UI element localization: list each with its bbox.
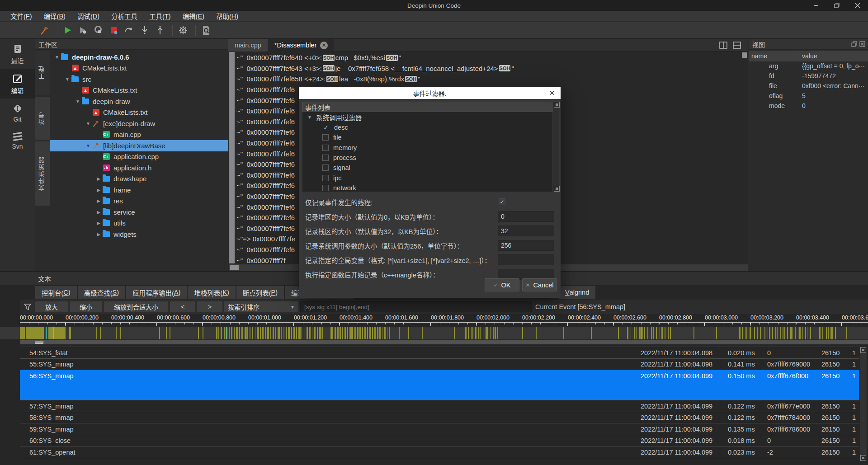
checkbox-icon[interactable] [322,175,329,181]
syscall-filter-root[interactable]: ▼系统调用过滤器 [302,112,552,122]
view-table-row[interactable]: fd-159977472 [749,72,868,82]
event-table-vscrollbar[interactable] [860,347,867,461]
ok-button[interactable]: ✓OK [485,278,519,291]
checkbox-icon[interactable] [322,134,329,141]
event-category-network[interactable]: network [302,183,552,192]
filter-funnel-icon[interactable] [20,303,35,310]
output-tab-Valgrind[interactable]: Valgrind [559,286,595,299]
timeline-hscrollbar[interactable] [20,340,868,344]
editor-tab-maincpp[interactable]: main.cpp [228,39,268,52]
tree-row[interactable]: ▶utils [50,218,228,229]
output-tab-K[interactable]: 堆栈列表(K) [188,286,235,299]
chevron-right-icon[interactable]: ▶ [95,221,102,225]
settings-gear-icon[interactable] [176,24,190,36]
trace-button-<[interactable]: < [170,301,195,312]
tree-row[interactable]: ▲CMakeLists.txt [50,63,228,74]
tree-row[interactable]: ▼[exe]deepin-draw [50,118,228,129]
workspace-tab-工程[interactable]: 工程 [35,51,50,95]
step-out-icon[interactable] [153,24,167,36]
event-category-process[interactable]: process [302,153,552,163]
run-icon[interactable] [61,24,75,36]
menu-item[interactable]: 调试(D) [71,11,105,22]
event-table-row[interactable]: 58:SYS_mmap2022/11/17 11:00:04.0990.122 … [20,412,859,424]
event-table-row[interactable]: 55:SYS_mmap2022/11/17 11:00:04.0980.141 … [20,359,859,371]
checkbox-icon[interactable] [322,155,329,161]
dialog-close-icon[interactable]: ✕ [548,89,556,97]
tree-row[interactable]: ▼[lib]deepinDrawBase [50,140,228,151]
form-input[interactable]: 0 [498,211,554,222]
event-list-scrollbar[interactable] [553,102,559,192]
view-table-row[interactable]: mode0 [749,102,868,112]
menu-item[interactable]: 分析工具 [105,11,143,22]
event-table-row[interactable]: 60:SYS_close2022/11/17 11:00:04.0990.018… [20,435,859,447]
activity-item-Svn[interactable]: Svn [0,127,35,154]
tree-row[interactable]: ▲CMakeLists.txt [50,107,228,118]
event-table-row[interactable]: 61:SYS_openat2022/11/17 11:00:04.0990.02… [20,446,859,458]
scroll-up-button[interactable] [554,102,560,108]
form-input[interactable] [498,254,554,265]
chevron-down-icon[interactable]: ▼ [74,99,81,104]
checkbox-checked-icon[interactable]: ✓ [322,124,330,131]
scroll-up-button[interactable] [860,347,866,353]
chevron-down-icon[interactable]: ▼ [53,55,61,60]
event-table-row[interactable]: 57:SYS_mmap2022/11/17 11:00:04.0990.122 … [20,400,859,412]
close-panel-icon[interactable] [859,41,865,47]
view-table-row[interactable]: oflag5 [749,92,868,102]
step-into-icon[interactable] [138,24,151,36]
chevron-down-icon[interactable]: ▼ [85,121,92,126]
tree-row[interactable]: ▼src [50,74,228,85]
trace-button-放大[interactable]: 放大 [35,301,68,312]
dialog-titlebar[interactable]: 事件过滤器. ✕ [299,87,561,99]
thread-only-checkbox[interactable]: ✓ [499,198,505,205]
restart-icon[interactable] [123,24,136,36]
event-table-row[interactable]: 54:SYS_fstat2022/11/17 11:00:04.0980.020… [20,347,859,359]
stop-icon[interactable] [107,24,121,36]
timeline-density-band[interactable] [0,327,868,339]
file-search-icon[interactable] [199,24,213,36]
chevron-down-icon[interactable]: ▼ [307,115,312,120]
workspace-tab-文件浏览器[interactable]: 文件浏览器 [35,141,50,206]
tree-row[interactable]: .happlication.h [50,162,228,174]
checkbox-icon[interactable] [322,145,329,151]
tree-row[interactable]: C+main.cpp [50,129,228,141]
chevron-right-icon[interactable]: ▶ [95,176,102,181]
event-table-row[interactable]: 59:SYS_mmap2022/11/17 11:00:04.0990.135 … [20,423,859,435]
event-category-memory[interactable]: memory [302,143,552,153]
form-input[interactable]: 32 [498,225,554,236]
chevron-right-icon[interactable]: ▶ [95,232,102,237]
tree-row[interactable]: ▼deepin-draw-6.0.6 [50,52,228,63]
menu-item[interactable]: 文件(F) [5,11,38,22]
sort-dropdown[interactable]: 按索引排序 ▼ [224,301,298,312]
checkbox-icon[interactable] [322,164,329,171]
chevron-down-icon[interactable]: ▼ [85,143,92,148]
menu-item[interactable]: 工具(T) [143,11,177,22]
split-vertical-icon[interactable] [718,40,728,50]
chevron-right-icon[interactable]: ▶ [95,210,102,215]
tree-row[interactable]: ▶res [50,196,228,207]
column-name[interactable]: name [749,51,799,61]
output-tab-A[interactable]: 应用程序输出(A) [126,286,187,299]
float-panel-icon[interactable] [851,41,857,47]
event-table-row[interactable]: 56:SYS_mmap2022/11/17 11:00:04.0990.150 … [20,370,859,400]
chevron-down-icon[interactable]: ▼ [64,77,71,82]
trace-button->[interactable]: > [197,301,222,312]
record-icon[interactable] [92,24,105,36]
trace-search-input[interactable]: [sys sig x11] begin[,end] [300,301,532,312]
view-table-row[interactable]: arg{{gp_offset = 0, fp_o⋯ [749,62,868,72]
event-category-ipc[interactable]: ipc [302,173,552,183]
tree-row[interactable]: ▼deepin-draw [50,96,228,107]
tree-row[interactable]: ▶service [50,207,228,218]
checkbox-icon[interactable] [322,185,329,191]
menu-item[interactable]: 帮助(H) [210,11,244,22]
menu-item[interactable]: 编译(B) [38,11,71,22]
maximize-button[interactable] [826,0,847,11]
scroll-down-button[interactable] [554,186,560,192]
debug-continue-icon[interactable] [76,24,90,36]
output-tab-C[interactable]: 控制台(C) [35,286,77,299]
output-tab-P[interactable]: 断点列表(P) [236,286,284,299]
activity-item-编辑[interactable]: 编辑 [0,69,35,99]
event-category-file[interactable]: file [302,132,552,142]
close-icon[interactable] [847,0,868,11]
output-tab-S[interactable]: 高级查找(S) [78,286,125,299]
trace-button-缩放到合适大小[interactable]: 缩放到合适大小 [104,301,168,312]
